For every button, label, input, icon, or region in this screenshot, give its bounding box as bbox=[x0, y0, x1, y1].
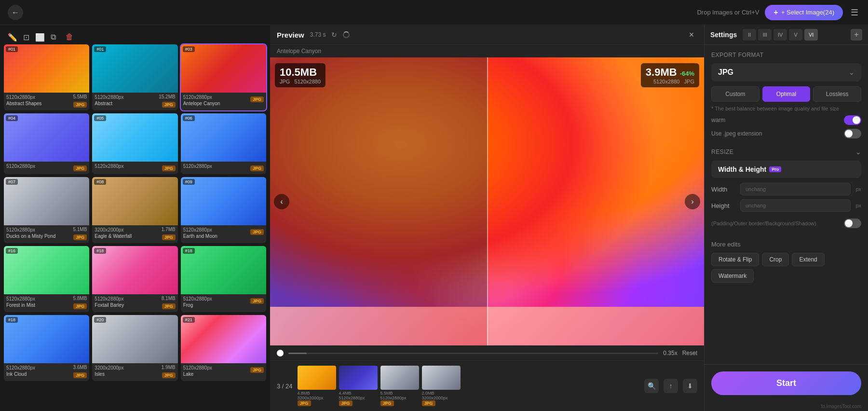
download-button[interactable]: ⬇ bbox=[683, 379, 697, 393]
list-item[interactable]: #01 5120x2880px Abstract Shapes 5.5MB JP… bbox=[4, 44, 89, 110]
list-item[interactable]: 4.8MB 3200x2000px JPG bbox=[298, 366, 336, 406]
prev-image-button[interactable]: ‹ bbox=[274, 194, 289, 209]
close-button[interactable]: × bbox=[686, 29, 697, 41]
image-dims: 5120x2880px bbox=[95, 94, 157, 101]
close-icon: × bbox=[689, 30, 694, 40]
tab-ii[interactable]: II bbox=[743, 29, 756, 41]
thumbnail bbox=[339, 366, 378, 390]
share-icon: ↑ bbox=[669, 382, 673, 390]
height-input[interactable]: unchang bbox=[740, 199, 851, 212]
image-dims: 5120x2880px bbox=[183, 365, 248, 371]
width-placeholder: unchang bbox=[746, 186, 766, 192]
image-number: #21 bbox=[183, 317, 195, 323]
card-info: 5120x2880px Abstract 15.2MB JPG bbox=[92, 93, 177, 110]
rotate-flip-button[interactable]: Rotate & Flip bbox=[711, 253, 759, 266]
image-name: Abstract Shapes bbox=[6, 101, 71, 106]
list-item[interactable]: #21 5120x2880px Lake JPG bbox=[181, 315, 266, 381]
image-dims: 5120x2880px bbox=[6, 227, 71, 233]
card-info: 5120x2880px JPG bbox=[92, 162, 177, 174]
add-icon: + bbox=[854, 30, 858, 39]
image-size: 5.5MB bbox=[73, 94, 87, 99]
image-number: #05 bbox=[94, 115, 106, 121]
watermark-button[interactable]: Watermark bbox=[711, 269, 754, 283]
lossless-label: Lossless bbox=[826, 91, 849, 97]
extend-button[interactable]: Extend bbox=[792, 253, 824, 266]
quality-optimal-button[interactable]: Optimal bbox=[762, 86, 811, 102]
list-item[interactable]: #20 3200x2000px Isles 1.9MB JPG bbox=[92, 315, 177, 381]
delete-icon[interactable]: 🗑 bbox=[65, 32, 74, 43]
crop-icon[interactable]: ⊡ bbox=[22, 32, 30, 43]
quality-custom-button[interactable]: Custom bbox=[711, 86, 760, 102]
list-item[interactable]: #05 5120x2880px JPG bbox=[92, 113, 177, 174]
image-dims: 5120x2880px bbox=[6, 296, 71, 302]
list-item[interactable]: #03 5120x2880px Antelope Canyon JPG bbox=[181, 44, 266, 110]
edit-icon[interactable]: ✏️ bbox=[7, 32, 18, 43]
format-badge: JPG bbox=[162, 234, 176, 240]
card-info: 3200x2000px Isles 1.9MB JPG bbox=[92, 363, 177, 381]
export-format-selector[interactable]: JPG ⌄ bbox=[711, 63, 861, 82]
reload-icon[interactable]: ↻ bbox=[331, 31, 337, 39]
list-item[interactable]: #09 5120x2880px Earth and Moon JPG bbox=[181, 177, 266, 243]
export-format-label: Export format bbox=[711, 52, 764, 58]
thumb-dims: 3200x2000px bbox=[298, 396, 336, 400]
resize-title-row: Width & Height Pro bbox=[711, 161, 861, 178]
card-info: 5120x2880px Earth and Moon JPG bbox=[181, 225, 266, 241]
add-tab-button[interactable]: + bbox=[851, 29, 862, 41]
tab-vi[interactable]: VI bbox=[804, 29, 818, 41]
toggle-knob bbox=[845, 219, 853, 227]
crop-button[interactable]: Crop bbox=[762, 253, 789, 266]
quality-lossless-button[interactable]: Lossless bbox=[813, 86, 861, 102]
warm-toggle-row: warm bbox=[711, 115, 861, 125]
start-button[interactable]: Start bbox=[711, 371, 861, 395]
padding-row: (Padding/Outer border/Background/Shadow) bbox=[711, 216, 861, 231]
export-format-value: JPG bbox=[718, 68, 733, 77]
jpeg-ext-toggle[interactable] bbox=[844, 129, 861, 138]
original-bottom-overlay bbox=[270, 307, 487, 345]
layers-icon[interactable]: ⧉ bbox=[50, 32, 57, 43]
menu-icon[interactable]: ☰ bbox=[849, 5, 860, 20]
watermark-text: to.imagesTool.com bbox=[705, 402, 868, 411]
share-button[interactable]: ↑ bbox=[664, 379, 678, 393]
format-badge: JPG bbox=[73, 165, 87, 171]
tab-iv[interactable]: IV bbox=[773, 29, 787, 41]
frame-icon[interactable]: ⬜ bbox=[34, 32, 46, 43]
list-item[interactable]: #06 5120x2880px JPG bbox=[181, 113, 266, 174]
tab-v[interactable]: V bbox=[789, 29, 802, 41]
width-input[interactable]: unchang bbox=[740, 183, 851, 195]
height-row: Height unchang px bbox=[711, 199, 861, 212]
list-item[interactable]: #08 3200x2000px Eagle & Waterfall 1.7MB … bbox=[92, 177, 177, 243]
chevron-down-icon: ⌄ bbox=[849, 68, 854, 76]
original-format-dims: JPG 5120x2880 bbox=[280, 79, 321, 84]
padding-toggle[interactable] bbox=[844, 219, 861, 228]
start-button-container: Start bbox=[705, 364, 868, 402]
tab-iii[interactable]: III bbox=[758, 29, 772, 41]
list-item[interactable]: #07 5120x2880px Ducks on a Misty Pond 5.… bbox=[4, 177, 89, 243]
zoom-in-button[interactable]: 🔍 bbox=[644, 379, 659, 393]
rotate-flip-label: Rotate & Flip bbox=[719, 256, 752, 263]
list-item[interactable]: 4.4MB 5120x2880px JPG bbox=[339, 366, 378, 406]
thumb-info: 2.0MB 3200x2000px JPG bbox=[422, 391, 461, 406]
preview-image-area: ‹ › 10.5MB JPG 5120x2880 bbox=[270, 57, 704, 345]
list-item[interactable]: #01 5120x2880px Abstract 15.2MB JPG bbox=[92, 44, 177, 110]
select-image-button[interactable]: + + Select Image(24) bbox=[765, 5, 843, 20]
back-button[interactable]: ← bbox=[8, 5, 23, 20]
warm-toggle[interactable] bbox=[844, 115, 861, 125]
card-info: 5120x2880px Frog JPG bbox=[181, 294, 266, 310]
list-item[interactable]: 2.0MB 3200x2000px JPG bbox=[422, 366, 461, 406]
zoom-handle[interactable] bbox=[277, 350, 284, 356]
select-btn-label: + Select Image(24) bbox=[781, 9, 834, 16]
list-item[interactable]: #18 5120x2880px Ink Cloud 3.6MB JPG bbox=[4, 315, 89, 381]
image-dims: 3200x2000px bbox=[95, 227, 159, 233]
thumbnail bbox=[380, 366, 419, 390]
image-grid: #01 5120x2880px Abstract Shapes 5.5MB JP… bbox=[4, 44, 266, 381]
list-item[interactable]: #16 5120x2880px Forest in Mist 5.8MB JPG bbox=[4, 246, 89, 312]
next-image-button[interactable]: › bbox=[685, 194, 700, 209]
resize-chevron-icon: ⌄ bbox=[855, 148, 861, 156]
list-item[interactable]: #18 5120x2880px Foxtail Barley 8.1MB JPG bbox=[92, 246, 177, 312]
list-item[interactable]: 5.5MB 5120x2880px JPG bbox=[380, 366, 419, 406]
thumb-size: 5.5MB bbox=[380, 391, 419, 396]
zoom-reset-button[interactable]: Reset bbox=[682, 350, 697, 356]
list-item[interactable]: #18 5120x2880px Frog JPG bbox=[181, 246, 266, 312]
zoom-slider[interactable] bbox=[288, 353, 658, 354]
list-item[interactable]: #04 5120x2880px JPG bbox=[4, 113, 89, 174]
